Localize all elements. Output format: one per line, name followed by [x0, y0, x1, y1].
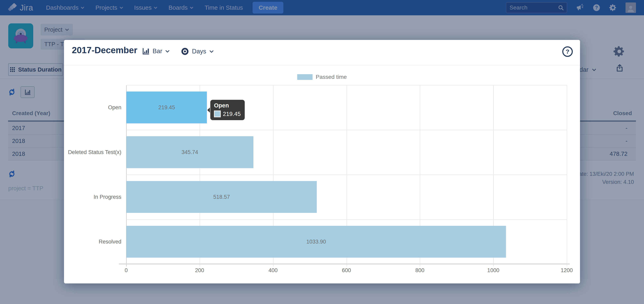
- chevron-down-icon: [165, 49, 170, 54]
- category-label: Open: [68, 85, 121, 130]
- x-tick-label: 1000: [479, 267, 507, 273]
- bar-deleted-status-test[interactable]: 345.74: [126, 136, 253, 168]
- bar-resolved[interactable]: 1033.90: [126, 226, 506, 258]
- unit-dropdown[interactable]: Days: [181, 47, 214, 56]
- bar-value-label: 219.45: [158, 104, 175, 111]
- chart-legend[interactable]: Passed time: [64, 74, 580, 80]
- legend-label: Passed time: [316, 74, 347, 80]
- bar-open[interactable]: 219.45: [126, 91, 207, 123]
- chart-type-label: Bar: [152, 48, 162, 55]
- bar-in-progress[interactable]: 518.57: [126, 181, 317, 213]
- bar-value-label: 1033.90: [306, 239, 326, 245]
- x-tick-label: 800: [406, 267, 434, 273]
- chart-type-dropdown[interactable]: Bar: [142, 47, 170, 55]
- help-icon[interactable]: ?: [562, 46, 573, 57]
- modal-header-divider: [64, 65, 580, 65]
- app-root: Jira Dashboards Projects Issues Boards T…: [0, 0, 644, 304]
- category-label: Resolved: [68, 219, 121, 264]
- chart-tooltip: Open 219.45: [210, 100, 245, 120]
- x-tick-label: 200: [186, 267, 214, 273]
- category-label: Deleted Status Test(x): [68, 130, 121, 175]
- x-tick-label: 600: [332, 267, 361, 273]
- bar-chart-plot: Open 219.45 Deleted Status Test(x) 345.7…: [126, 85, 567, 264]
- tooltip-swatch: [214, 110, 221, 117]
- chart-modal: 2017-December Bar Days ? Passed time: [64, 40, 580, 283]
- chevron-down-icon: [209, 49, 214, 54]
- gridline: [567, 85, 567, 266]
- unit-label: Days: [192, 48, 206, 55]
- target-icon: [181, 47, 189, 56]
- x-tick-label: 0: [112, 267, 140, 273]
- x-tick-label: 400: [259, 267, 287, 273]
- modal-title: 2017-December: [72, 45, 137, 55]
- category-label: In Progress: [68, 175, 121, 219]
- legend-swatch: [297, 74, 312, 80]
- tooltip-value: 219.45: [223, 111, 241, 117]
- bar-value-label: 518.57: [213, 194, 230, 200]
- bar-chart-icon: [142, 47, 150, 55]
- x-tick-label: 1200: [553, 267, 581, 273]
- bar-value-label: 345.74: [182, 149, 198, 156]
- tooltip-title: Open: [214, 102, 241, 109]
